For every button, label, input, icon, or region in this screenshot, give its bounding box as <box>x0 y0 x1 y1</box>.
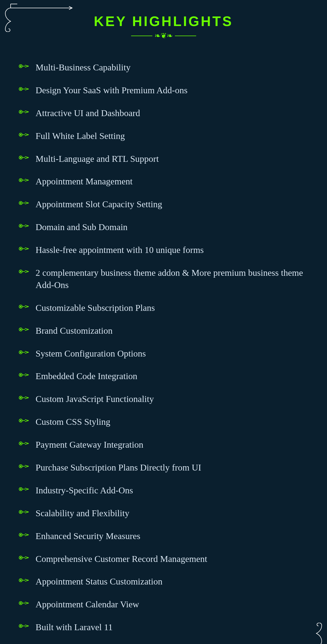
bullet-icon <box>19 439 29 449</box>
svg-point-59 <box>20 329 21 330</box>
svg-point-69 <box>20 374 21 376</box>
bullet-icon <box>19 130 29 140</box>
svg-point-114 <box>20 579 21 581</box>
bullet-icon <box>19 393 29 403</box>
svg-point-84 <box>20 443 21 444</box>
item-text: Enhanced Security Measures <box>36 530 140 542</box>
list-item: Industry-Specific Add-Ons <box>19 479 308 502</box>
svg-line-122 <box>25 603 29 604</box>
item-text: Customizable Subscription Plans <box>36 302 155 314</box>
item-text: Multi-Business Capability <box>36 61 131 74</box>
svg-point-49 <box>20 271 21 272</box>
bullet-icon <box>19 462 29 472</box>
item-text: Payment Gateway Integration <box>36 439 143 451</box>
svg-line-92 <box>25 466 29 467</box>
svg-line-56 <box>25 306 29 307</box>
svg-line-22 <box>25 135 29 136</box>
list-item: Multi-Language and RTL Support <box>19 147 308 170</box>
header-ornament: ❧❦❧ <box>11 31 316 40</box>
svg-line-42 <box>25 226 29 227</box>
list-item: Design Your SaaS with Premium Add-ons <box>19 79 308 102</box>
svg-line-57 <box>25 307 29 308</box>
svg-line-86 <box>25 442 29 443</box>
svg-line-32 <box>25 180 29 181</box>
bullet-icon <box>19 348 29 358</box>
list-item: Attractive UI and Dashboard <box>19 102 308 125</box>
svg-point-119 <box>20 602 21 604</box>
svg-line-47 <box>25 249 29 250</box>
svg-line-91 <box>25 465 29 466</box>
list-item: Domain and Sub Domain <box>19 216 308 239</box>
svg-line-112 <box>25 558 29 559</box>
svg-point-24 <box>20 157 21 158</box>
svg-line-97 <box>25 489 29 490</box>
item-text: Appointment Calendar View <box>36 598 139 611</box>
bullet-icon <box>19 302 29 312</box>
item-text: Industry-Specific Add-Ons <box>36 484 133 497</box>
svg-line-117 <box>25 580 29 581</box>
item-text: System Configuration Options <box>36 348 146 360</box>
item-text: Purchase Subscription Plans Directly fro… <box>36 461 201 474</box>
highlights-list: Multi-Business CapabilityDesign Your Saa… <box>11 56 316 639</box>
list-item: Appointment Slot Capacity Setting <box>19 193 308 216</box>
svg-line-16 <box>25 111 29 112</box>
svg-line-46 <box>25 248 29 249</box>
item-text: Brand Customization <box>36 325 113 337</box>
svg-point-94 <box>20 488 21 490</box>
list-item: Embedded Code Integration <box>19 365 308 388</box>
svg-line-72 <box>25 375 29 376</box>
item-text: Attractive UI and Dashboard <box>36 107 140 119</box>
svg-line-21 <box>25 134 29 135</box>
ornament-line-left <box>131 36 152 36</box>
svg-line-81 <box>25 420 29 421</box>
svg-line-61 <box>25 328 29 329</box>
svg-line-102 <box>25 512 29 513</box>
bullet-icon <box>19 85 29 95</box>
item-text: Scalability and Flexibility <box>36 507 129 519</box>
svg-line-66 <box>25 351 29 352</box>
list-item: Full White Label Setting <box>19 125 308 147</box>
svg-line-71 <box>25 374 29 375</box>
list-item: Hassle-free appointment with 10 unique f… <box>19 239 308 261</box>
svg-line-41 <box>25 225 29 226</box>
svg-point-44 <box>20 248 21 249</box>
list-item: Appointment Status Customization <box>19 570 308 593</box>
svg-point-89 <box>20 465 21 467</box>
bullet-icon <box>19 222 29 231</box>
svg-line-31 <box>25 179 29 180</box>
list-item: Enhanced Security Measures <box>19 525 308 548</box>
bullet-icon <box>19 599 29 609</box>
bullet-icon <box>19 622 29 632</box>
svg-line-67 <box>25 352 29 353</box>
page-wrapper: KEY HIGHLIGHTS ❧❦❧ Multi-Business Capabi… <box>0 0 327 644</box>
svg-line-126 <box>25 625 29 626</box>
bullet-icon <box>19 371 29 380</box>
svg-line-52 <box>25 272 29 273</box>
svg-line-76 <box>25 397 29 398</box>
ornament-line-right <box>175 36 196 36</box>
list-item: Customizable Subscription Plans <box>19 296 308 319</box>
bullet-icon <box>19 485 29 495</box>
svg-point-29 <box>20 179 21 181</box>
svg-line-77 <box>25 398 29 399</box>
svg-line-12 <box>25 89 29 90</box>
svg-line-121 <box>25 602 29 603</box>
bullet-icon <box>19 108 29 117</box>
svg-point-54 <box>20 306 21 307</box>
item-text: Built with Laravel 11 <box>36 621 113 633</box>
item-text: Appointment Slot Capacity Setting <box>36 198 162 210</box>
item-text: Domain and Sub Domain <box>36 221 128 233</box>
svg-line-107 <box>25 535 29 536</box>
svg-point-109 <box>20 557 21 558</box>
svg-line-96 <box>25 488 29 489</box>
item-text: Embedded Code Integration <box>36 370 137 382</box>
svg-line-6 <box>25 65 29 66</box>
svg-point-39 <box>20 225 21 227</box>
svg-point-64 <box>20 351 21 353</box>
list-item: Scalability and Flexibility <box>19 502 308 525</box>
item-text: Appointment Management <box>36 175 132 188</box>
item-text: Comprehensive Customer Record Management <box>36 553 207 565</box>
list-item: Appointment Management <box>19 170 308 193</box>
svg-line-62 <box>25 329 29 331</box>
bullet-icon <box>19 508 29 518</box>
